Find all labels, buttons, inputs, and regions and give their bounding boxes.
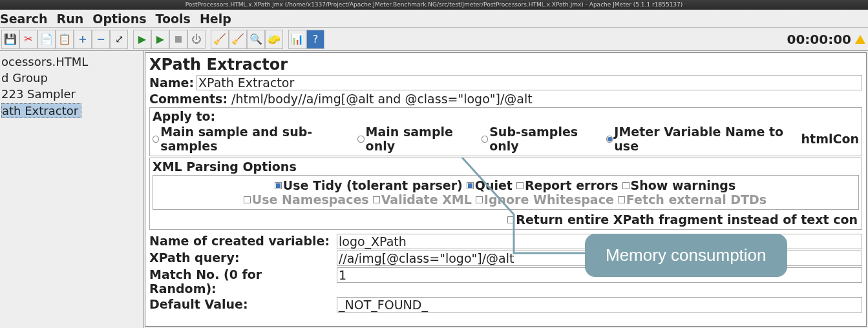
jmeter-var-input[interactable]: htmlCon [801,132,859,146]
radio-jmeter-var[interactable]: JMeter Variable Name to use [606,125,798,153]
menu-options[interactable]: Options [92,12,146,26]
radio-sub-only[interactable]: Sub-samples only [482,125,602,153]
editor-panel: XPath Extractor Name: XPath Extractor Co… [145,52,867,327]
check-validate-xml: Validate XML [373,192,472,207]
check-quiet[interactable]: Quiet [467,178,513,192]
menu-help[interactable]: Help [200,12,231,26]
add-icon[interactable]: + [74,30,92,49]
xml-parsing-section: XML Parsing Options Use Tidy (tolerant p… [149,158,862,230]
start-no-timers-icon[interactable]: ▶ [151,30,169,49]
radio-main-only[interactable]: Main sample only [357,125,478,153]
panel-title: XPath Extractor [149,56,862,74]
tree-item[interactable]: ocessors.HTML [0,54,143,70]
shutdown-icon[interactable]: ⏻ [187,30,206,49]
search-icon[interactable]: 🔍 [247,30,265,49]
clear-all-icon[interactable]: 🧹 [229,30,247,49]
timer: 00:00:00 [787,32,866,47]
timer-value: 00:00:00 [787,32,852,47]
toolbar: 💾 ✂ 📄 📋 + − ⤢ ▶ ▶ ⏹ ⏻ 🧹 🧹 🔍 🧽 📊 ? 00:00:… [0,28,868,51]
tree-item-selected[interactable]: ath Extractor [1,103,81,118]
paste-icon[interactable]: 📋 [56,30,74,49]
copy-icon[interactable]: 📄 [37,30,56,49]
reset-search-icon[interactable]: 🧽 [265,30,283,49]
window-titlebar: PostProcessors.HTML.x.XPath.jmx (/home/x… [0,0,868,10]
menu-search[interactable]: Search [0,12,48,26]
test-plan-tree[interactable]: ocessors.HTML d Group 223 Sampler ath Ex… [0,51,143,328]
check-show-warnings[interactable]: Show warnings [622,178,736,192]
check-ignore-whitespace: Ignore Whitespace [476,192,614,207]
help-icon[interactable]: ? [306,30,324,49]
xpath-label: XPath query: [149,251,337,266]
warning-icon [855,35,865,44]
callout-badge: Memory consumption [585,234,787,277]
name-input[interactable]: XPath Extractor [196,75,862,90]
menu-tools[interactable]: Tools [156,12,191,26]
stop-icon[interactable]: ⏹ [169,30,187,49]
expand-icon[interactable]: ⤢ [110,30,128,49]
function-helper-icon[interactable]: 📊 [288,30,306,49]
default-input[interactable]: _NOT_FOUND_ [337,297,862,313]
radio-main-and-sub[interactable]: Main sample and sub-samples [153,125,354,153]
remove-icon[interactable]: − [92,30,110,49]
save-icon[interactable]: 💾 [1,30,19,49]
menubar: Search Run Options Tools Help [0,10,868,28]
xml-parsing-label: XML Parsing Options [153,159,859,174]
tree-item[interactable]: d Group [0,70,143,86]
check-return-fragment[interactable]: Return entire XPath fragment instead of … [507,212,858,227]
comments-label: Comments: [149,92,228,106]
check-fetch-dtds: Fetch external DTDs [618,192,767,207]
check-use-namespaces: Use Namespaces [244,192,369,207]
comments-input[interactable]: /html/body//a/img[@alt and @class="logo"… [230,92,862,106]
apply-to-section: Apply to: Main sample and sub-samples Ma… [149,107,862,156]
varname-label: Name of created variable: [149,234,337,249]
cut-icon[interactable]: ✂ [19,30,37,49]
name-label: Name: [149,76,194,90]
matchno-label: Match No. (0 for Random): [149,267,337,296]
check-report-errors[interactable]: Report errors [516,178,619,192]
menu-run[interactable]: Run [57,12,84,26]
check-use-tidy[interactable]: Use Tidy (tolerant parser) [275,178,463,192]
tree-item[interactable]: 223 Sampler [0,86,143,102]
clear-icon[interactable]: 🧹 [211,30,229,49]
start-icon[interactable]: ▶ [133,30,151,49]
apply-to-label: Apply to: [153,109,859,123]
default-label: Default Value: [149,297,337,313]
